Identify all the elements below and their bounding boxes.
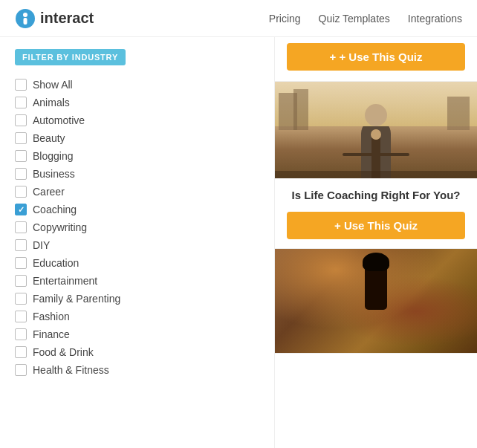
leaves-image [275, 249, 477, 353]
checkbox-animals[interactable] [15, 97, 27, 108]
use-quiz-button-2[interactable]: + Use This Quiz [287, 212, 465, 239]
filter-label-blogging: Blogging [33, 150, 74, 162]
filter-label: FILTER BY INDUSTRY [15, 49, 126, 65]
checkbox-fashion[interactable] [15, 311, 27, 322]
filter-label-automotive: Automotive [33, 114, 85, 126]
nav-pricing[interactable]: Pricing [269, 13, 301, 25]
checkbox-finance[interactable] [15, 328, 27, 340]
filter-item-education[interactable]: Education [15, 254, 259, 272]
filter-item-diy[interactable]: DIY [15, 236, 259, 254]
filter-item-coaching[interactable]: Coaching [15, 201, 259, 218]
use-quiz-button-1[interactable]: + + Use This Quiz [287, 43, 465, 71]
filter-item-career[interactable]: Career [15, 183, 259, 201]
logo[interactable]: interact [15, 8, 94, 29]
filter-item-food-drink[interactable]: Food & Drink [15, 343, 259, 361]
logo-text: interact [40, 10, 94, 27]
checkbox-automotive[interactable] [15, 114, 27, 126]
checkbox-health-fitness[interactable] [15, 364, 27, 376]
checkbox-show-all[interactable] [15, 79, 27, 91]
filter-label-show-all: Show All [33, 79, 73, 91]
sidebar: FILTER BY INDUSTRY Show All Animals Auto… [0, 37, 275, 448]
plus-icon-2: + [334, 219, 341, 232]
checkbox-career[interactable] [15, 186, 27, 198]
header: interact Pricing Quiz Templates Integrat… [0, 0, 477, 37]
filter-label-business: Business [33, 168, 75, 180]
filter-item-animals[interactable]: Animals [15, 94, 259, 111]
use-quiz-label-1: + Use This Quiz [339, 51, 422, 63]
svg-rect-2 [24, 18, 27, 25]
quiz-card-2: Is Life Coaching Right For You? + Use Th… [275, 82, 477, 249]
filter-label-food-drink: Food & Drink [33, 346, 94, 358]
svg-point-1 [23, 13, 27, 17]
main-layout: FILTER BY INDUSTRY Show All Animals Auto… [0, 37, 477, 448]
filter-item-automotive[interactable]: Automotive [15, 111, 259, 129]
filter-list: Show All Animals Automotive Beauty Blogg… [15, 76, 259, 379]
filter-item-entertainment[interactable]: Entertainment [15, 272, 259, 290]
nav-integrations[interactable]: Integrations [408, 13, 462, 25]
filter-label-health-fitness: Health & Fitness [33, 364, 109, 376]
checkbox-coaching[interactable] [15, 204, 27, 215]
filter-item-beauty[interactable]: Beauty [15, 129, 259, 147]
filter-label-coaching: Coaching [33, 204, 77, 215]
filter-item-finance[interactable]: Finance [15, 325, 259, 343]
filter-item-fashion[interactable]: Fashion [15, 308, 259, 325]
filter-item-business[interactable]: Business [15, 165, 259, 183]
filter-item-show-all[interactable]: Show All [15, 76, 259, 94]
quiz-card-1: + + Use This Quiz [275, 37, 477, 82]
filter-item-blogging[interactable]: Blogging [15, 147, 259, 165]
checkbox-entertainment[interactable] [15, 275, 27, 287]
life-coaching-image [275, 82, 477, 178]
plus-icon-1: + [329, 51, 336, 63]
use-quiz-label-2: Use This Quiz [344, 219, 418, 232]
filter-label-career: Career [33, 186, 65, 198]
filter-item-copywriting[interactable]: Copywriting [15, 218, 259, 236]
checkbox-family-parenting[interactable] [15, 293, 27, 305]
filter-label-fashion: Fashion [33, 311, 70, 322]
quiz-card-3 [275, 249, 477, 354]
filter-label-copywriting: Copywriting [33, 221, 87, 233]
card-2-body: Is Life Coaching Right For You? + Use Th… [275, 178, 477, 248]
filter-label-animals: Animals [33, 97, 70, 108]
filter-label-family-parenting: Family & Parenting [33, 293, 120, 305]
checkbox-copywriting[interactable] [15, 221, 27, 233]
filter-label-education: Education [33, 257, 79, 269]
filter-label-beauty: Beauty [33, 132, 65, 144]
main-nav: Pricing Quiz Templates Integrations [269, 13, 462, 25]
filter-label-diy: DIY [33, 239, 50, 251]
logo-icon [15, 8, 36, 29]
filter-item-health-fitness[interactable]: Health & Fitness [15, 361, 259, 379]
checkbox-blogging[interactable] [15, 150, 27, 162]
checkbox-business[interactable] [15, 168, 27, 180]
nav-quiz-templates[interactable]: Quiz Templates [319, 13, 390, 25]
card-1-btn-area: + + Use This Quiz [275, 37, 477, 81]
filter-item-family-parenting[interactable]: Family & Parenting [15, 290, 259, 308]
checkbox-beauty[interactable] [15, 132, 27, 144]
filter-label-finance: Finance [33, 328, 70, 340]
checkbox-food-drink[interactable] [15, 346, 27, 358]
card-2-title: Is Life Coaching Right For You? [287, 187, 465, 203]
checkbox-diy[interactable] [15, 239, 27, 251]
checkbox-education[interactable] [15, 257, 27, 269]
quiz-content: + + Use This Quiz [275, 37, 477, 448]
filter-label-entertainment: Entertainment [33, 275, 97, 287]
